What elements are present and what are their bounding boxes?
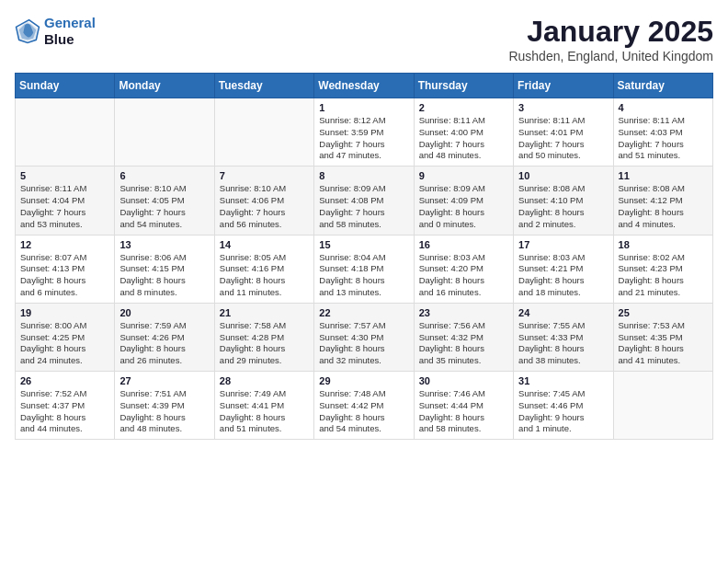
day-info: Sunrise: 8:07 AM Sunset: 4:13 PM Dayligh… bbox=[20, 252, 109, 299]
calendar-day-cell: 11Sunrise: 8:08 AM Sunset: 4:12 PM Dayli… bbox=[613, 167, 712, 235]
day-info: Sunrise: 8:06 AM Sunset: 4:15 PM Dayligh… bbox=[119, 252, 209, 299]
calendar-day-cell: 13Sunrise: 8:06 AM Sunset: 4:15 PM Dayli… bbox=[115, 235, 214, 303]
calendar-day-cell: 7Sunrise: 8:10 AM Sunset: 4:06 PM Daylig… bbox=[214, 167, 313, 235]
day-number: 15 bbox=[319, 239, 408, 250]
day-info: Sunrise: 8:00 AM Sunset: 4:25 PM Dayligh… bbox=[20, 320, 109, 367]
day-info: Sunrise: 8:10 AM Sunset: 4:05 PM Dayligh… bbox=[119, 183, 209, 230]
calendar-day-cell: 27Sunrise: 7:51 AM Sunset: 4:39 PM Dayli… bbox=[115, 372, 214, 440]
day-number: 14 bbox=[220, 239, 309, 250]
calendar-day-cell: 8Sunrise: 8:09 AM Sunset: 4:08 PM Daylig… bbox=[314, 167, 414, 235]
calendar-day-cell: 2Sunrise: 8:11 AM Sunset: 4:00 PM Daylig… bbox=[414, 98, 513, 167]
calendar-day-cell: 24Sunrise: 7:55 AM Sunset: 4:33 PM Dayli… bbox=[514, 303, 613, 371]
day-number: 16 bbox=[419, 239, 508, 250]
day-info: Sunrise: 7:48 AM Sunset: 4:42 PM Dayligh… bbox=[319, 388, 408, 435]
logo-icon bbox=[15, 18, 40, 44]
calendar-day-cell: 26Sunrise: 7:52 AM Sunset: 4:37 PM Dayli… bbox=[16, 372, 115, 440]
day-number: 28 bbox=[220, 375, 309, 386]
day-number: 25 bbox=[619, 307, 708, 318]
day-info: Sunrise: 8:12 AM Sunset: 3:59 PM Dayligh… bbox=[319, 115, 408, 162]
calendar-day-cell: 21Sunrise: 7:58 AM Sunset: 4:28 PM Dayli… bbox=[214, 303, 313, 371]
weekday-header: Friday bbox=[514, 74, 613, 98]
day-info: Sunrise: 8:11 AM Sunset: 4:03 PM Dayligh… bbox=[619, 115, 708, 162]
calendar-day-cell bbox=[214, 98, 313, 167]
day-number: 13 bbox=[119, 239, 209, 250]
logo-line2: Blue bbox=[44, 31, 96, 48]
day-number: 27 bbox=[119, 375, 209, 386]
day-info: Sunrise: 7:53 AM Sunset: 4:35 PM Dayligh… bbox=[619, 320, 708, 367]
day-number: 21 bbox=[220, 307, 309, 318]
day-number: 17 bbox=[518, 239, 608, 250]
day-number: 31 bbox=[518, 375, 608, 386]
day-info: Sunrise: 8:11 AM Sunset: 4:00 PM Dayligh… bbox=[419, 115, 508, 162]
calendar-day-cell: 22Sunrise: 7:57 AM Sunset: 4:30 PM Dayli… bbox=[314, 303, 414, 371]
day-info: Sunrise: 8:08 AM Sunset: 4:12 PM Dayligh… bbox=[619, 183, 708, 230]
day-info: Sunrise: 7:56 AM Sunset: 4:32 PM Dayligh… bbox=[419, 320, 508, 367]
calendar-day-cell: 3Sunrise: 8:11 AM Sunset: 4:01 PM Daylig… bbox=[514, 98, 613, 167]
day-number: 19 bbox=[20, 307, 109, 318]
location: Rushden, England, United Kingdom bbox=[508, 49, 713, 63]
day-info: Sunrise: 8:03 AM Sunset: 4:20 PM Dayligh… bbox=[419, 252, 508, 299]
day-info: Sunrise: 8:09 AM Sunset: 4:09 PM Dayligh… bbox=[419, 183, 508, 230]
month-title: January 2025 bbox=[508, 15, 713, 49]
calendar-day-cell: 15Sunrise: 8:04 AM Sunset: 4:18 PM Dayli… bbox=[314, 235, 414, 303]
weekday-header: Saturday bbox=[613, 74, 712, 98]
calendar: SundayMondayTuesdayWednesdayThursdayFrid… bbox=[15, 73, 713, 440]
calendar-week-row: 19Sunrise: 8:00 AM Sunset: 4:25 PM Dayli… bbox=[16, 303, 713, 371]
calendar-day-cell: 31Sunrise: 7:45 AM Sunset: 4:46 PM Dayli… bbox=[514, 372, 613, 440]
day-info: Sunrise: 8:09 AM Sunset: 4:08 PM Dayligh… bbox=[319, 183, 408, 230]
day-number: 7 bbox=[220, 170, 309, 181]
day-number: 20 bbox=[119, 307, 209, 318]
calendar-day-cell: 10Sunrise: 8:08 AM Sunset: 4:10 PM Dayli… bbox=[514, 167, 613, 235]
weekday-header: Monday bbox=[115, 74, 214, 98]
calendar-day-cell: 17Sunrise: 8:03 AM Sunset: 4:21 PM Dayli… bbox=[514, 235, 613, 303]
day-info: Sunrise: 7:57 AM Sunset: 4:30 PM Dayligh… bbox=[319, 320, 408, 367]
calendar-day-cell: 5Sunrise: 8:11 AM Sunset: 4:04 PM Daylig… bbox=[16, 167, 115, 235]
calendar-day-cell bbox=[115, 98, 214, 167]
day-info: Sunrise: 7:49 AM Sunset: 4:41 PM Dayligh… bbox=[220, 388, 309, 435]
day-number: 8 bbox=[319, 170, 408, 181]
weekday-header: Wednesday bbox=[314, 74, 414, 98]
calendar-day-cell: 14Sunrise: 8:05 AM Sunset: 4:16 PM Dayli… bbox=[214, 235, 313, 303]
day-number: 23 bbox=[419, 307, 508, 318]
calendar-day-cell: 25Sunrise: 7:53 AM Sunset: 4:35 PM Dayli… bbox=[613, 303, 712, 371]
day-info: Sunrise: 8:11 AM Sunset: 4:04 PM Dayligh… bbox=[20, 183, 109, 230]
calendar-day-cell: 16Sunrise: 8:03 AM Sunset: 4:20 PM Dayli… bbox=[414, 235, 513, 303]
day-info: Sunrise: 8:03 AM Sunset: 4:21 PM Dayligh… bbox=[518, 252, 608, 299]
day-number: 6 bbox=[119, 170, 209, 181]
day-number: 22 bbox=[319, 307, 408, 318]
weekday-header: Tuesday bbox=[214, 74, 313, 98]
calendar-day-cell: 29Sunrise: 7:48 AM Sunset: 4:42 PM Dayli… bbox=[314, 372, 414, 440]
day-number: 26 bbox=[20, 375, 109, 386]
day-info: Sunrise: 8:11 AM Sunset: 4:01 PM Dayligh… bbox=[518, 115, 608, 162]
title-area: January 2025 Rushden, England, United Ki… bbox=[508, 15, 713, 63]
logo-text: General Blue bbox=[44, 15, 96, 48]
day-info: Sunrise: 8:05 AM Sunset: 4:16 PM Dayligh… bbox=[220, 252, 309, 299]
header: General Blue January 2025 Rushden, Engla… bbox=[15, 15, 713, 63]
day-info: Sunrise: 7:59 AM Sunset: 4:26 PM Dayligh… bbox=[119, 320, 209, 367]
day-number: 30 bbox=[419, 375, 508, 386]
weekday-header: Sunday bbox=[16, 74, 115, 98]
calendar-day-cell: 20Sunrise: 7:59 AM Sunset: 4:26 PM Dayli… bbox=[115, 303, 214, 371]
day-info: Sunrise: 7:58 AM Sunset: 4:28 PM Dayligh… bbox=[220, 320, 309, 367]
day-info: Sunrise: 7:52 AM Sunset: 4:37 PM Dayligh… bbox=[20, 388, 109, 435]
day-number: 9 bbox=[419, 170, 508, 181]
day-number: 1 bbox=[319, 102, 408, 113]
day-info: Sunrise: 7:45 AM Sunset: 4:46 PM Dayligh… bbox=[518, 388, 608, 435]
calendar-day-cell: 1Sunrise: 8:12 AM Sunset: 3:59 PM Daylig… bbox=[314, 98, 414, 167]
day-info: Sunrise: 7:51 AM Sunset: 4:39 PM Dayligh… bbox=[119, 388, 209, 435]
day-number: 11 bbox=[619, 170, 708, 181]
logo: General Blue bbox=[15, 15, 96, 48]
day-number: 18 bbox=[619, 239, 708, 250]
calendar-day-cell: 18Sunrise: 8:02 AM Sunset: 4:23 PM Dayli… bbox=[613, 235, 712, 303]
calendar-day-cell bbox=[613, 372, 712, 440]
day-info: Sunrise: 8:08 AM Sunset: 4:10 PM Dayligh… bbox=[518, 183, 608, 230]
day-info: Sunrise: 7:46 AM Sunset: 4:44 PM Dayligh… bbox=[419, 388, 508, 435]
calendar-day-cell: 12Sunrise: 8:07 AM Sunset: 4:13 PM Dayli… bbox=[16, 235, 115, 303]
day-info: Sunrise: 8:02 AM Sunset: 4:23 PM Dayligh… bbox=[619, 252, 708, 299]
day-info: Sunrise: 8:10 AM Sunset: 4:06 PM Dayligh… bbox=[220, 183, 309, 230]
calendar-day-cell: 6Sunrise: 8:10 AM Sunset: 4:05 PM Daylig… bbox=[115, 167, 214, 235]
day-number: 5 bbox=[20, 170, 109, 181]
weekday-header-row: SundayMondayTuesdayWednesdayThursdayFrid… bbox=[16, 74, 713, 98]
day-number: 24 bbox=[518, 307, 608, 318]
calendar-week-row: 26Sunrise: 7:52 AM Sunset: 4:37 PM Dayli… bbox=[16, 372, 713, 440]
